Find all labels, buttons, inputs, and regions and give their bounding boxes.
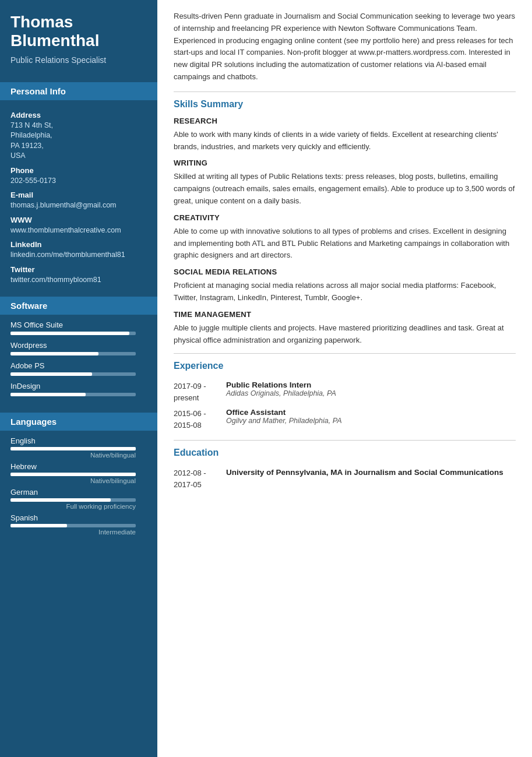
language-bar-fill (10, 498, 111, 502)
exp-job-title: Public Relations Intern (226, 381, 516, 389)
software-name: Wordpress (10, 341, 147, 350)
sidebar: Thomas Blumenthal Public Relations Speci… (0, 0, 157, 757)
education-table: 2012-08 - 2017-05 University of Pennsylv… (174, 465, 516, 492)
www-label: WWW (10, 216, 147, 224)
language-item: Hebrew Native/bilingual (10, 462, 147, 484)
software-bar-fill (10, 393, 86, 396)
language-item: Spanish Intermediate (10, 513, 147, 536)
language-item: German Full working proficiency (10, 488, 147, 510)
exp-job-title: Office Assistant (226, 408, 516, 417)
languages-header: Languages (0, 413, 157, 431)
language-name: German (10, 488, 147, 497)
language-bar-fill (10, 473, 136, 476)
languages-section: English Native/bilingual Hebrew Native/b… (0, 431, 157, 541)
exp-date: 2017-09 - present (174, 378, 226, 406)
email-value: thomas.j.blumenthal@gmail.com (10, 200, 147, 211)
exp-details: Office Assistant Ogilvy and Mather, Phil… (226, 406, 516, 433)
www-value: www.thomblumenthalcreative.com (10, 226, 147, 236)
email-label: E-mail (10, 191, 147, 199)
linkedin-value: linkedin.com/me/thomblumenthal81 (10, 250, 147, 260)
skills-title: Skills Summary (174, 99, 516, 110)
divider-3 (174, 440, 516, 441)
address-value: 713 N 4th St,Philadelphia,PA 19123,USA (10, 121, 147, 161)
language-bar-bg (10, 524, 136, 527)
skill-desc: Able to juggle multiple clients and proj… (174, 322, 516, 347)
software-item: Wordpress (10, 341, 147, 355)
main-content: Results-driven Penn graduate in Journali… (157, 0, 532, 757)
software-name: InDesign (10, 382, 147, 390)
candidate-title: Public Relations Specialist (10, 55, 147, 65)
language-level: Native/bilingual (10, 452, 136, 459)
summary-text: Results-driven Penn graduate in Journali… (174, 10, 516, 83)
skill-name: TIME MANAGEMENT (174, 310, 516, 319)
divider-1 (174, 91, 516, 92)
software-section: MS Office Suite Wordpress Adobe PS InDes… (0, 315, 157, 404)
candidate-name: Thomas Blumenthal (10, 13, 147, 50)
experience-title: Experience (174, 361, 516, 371)
language-bar-bg (10, 447, 136, 450)
language-bar-fill (10, 447, 136, 450)
software-bar-bg (10, 352, 136, 355)
table-row: 2012-08 - 2017-05 University of Pennsylv… (174, 465, 516, 492)
software-name: Adobe PS (10, 361, 147, 370)
education-title: Education (174, 448, 516, 458)
software-bar-bg (10, 393, 136, 396)
table-row: 2015-06 - 2015-08 Office Assistant Ogilv… (174, 406, 516, 433)
software-bar-fill (10, 372, 92, 376)
sidebar-header: Thomas Blumenthal Public Relations Speci… (0, 0, 157, 74)
skill-name: SOCIAL MEDIA RELATIONS (174, 267, 516, 276)
skill-name: CREATIVITY (174, 213, 516, 222)
table-row: 2017-09 - present Public Relations Inter… (174, 378, 516, 406)
edu-date: 2012-08 - 2017-05 (174, 465, 226, 492)
exp-date: 2015-06 - 2015-08 (174, 406, 226, 433)
software-bar-fill (10, 332, 129, 335)
language-level: Native/bilingual (10, 477, 136, 484)
exp-company: Adidas Originals, Philadelphia, PA (226, 389, 516, 397)
language-bar-bg (10, 498, 136, 502)
language-level: Intermediate (10, 529, 136, 536)
software-item: InDesign (10, 382, 147, 396)
twitter-value: twitter.com/thommybloom81 (10, 275, 147, 286)
language-bar-fill (10, 524, 67, 527)
software-bar-fill (10, 352, 98, 355)
skill-desc: Able to work with many kinds of clients … (174, 129, 516, 153)
language-name: Hebrew (10, 462, 147, 471)
software-item: MS Office Suite (10, 321, 147, 335)
language-name: Spanish (10, 513, 147, 522)
experience-table: 2017-09 - present Public Relations Inter… (174, 378, 516, 433)
skill-name: WRITING (174, 159, 516, 167)
software-bar-bg (10, 372, 136, 376)
software-item: Adobe PS (10, 361, 147, 376)
skill-desc: Able to come up with innovative solution… (174, 226, 516, 262)
skill-desc: Proficient at managing social media rela… (174, 280, 516, 304)
personal-info-section: Address 713 N 4th St,Philadelphia,PA 191… (0, 100, 157, 289)
divider-2 (174, 353, 516, 354)
language-bar-bg (10, 473, 136, 476)
edu-degree: University of Pennsylvania, MA in Journa… (226, 467, 516, 478)
edu-details: University of Pennsylvania, MA in Journa… (226, 465, 516, 492)
linkedin-label: LinkedIn (10, 240, 147, 249)
exp-company: Ogilvy and Mather, Philadelphia, PA (226, 417, 516, 425)
language-level: Full working proficiency (10, 503, 136, 510)
software-header: Software (0, 297, 157, 315)
phone-value: 202-555-0173 (10, 176, 147, 186)
phone-label: Phone (10, 166, 147, 175)
exp-details: Public Relations Intern Adidas Originals… (226, 378, 516, 406)
language-name: English (10, 436, 147, 445)
software-name: MS Office Suite (10, 321, 147, 329)
twitter-label: Twitter (10, 265, 147, 274)
skills-section: RESEARCHAble to work with many kinds of … (174, 117, 516, 347)
skill-desc: Skilled at writing all types of Public R… (174, 171, 516, 207)
personal-info-header: Personal Info (0, 82, 157, 100)
address-label: Address (10, 111, 147, 119)
language-item: English Native/bilingual (10, 436, 147, 459)
software-bar-bg (10, 332, 136, 335)
skill-name: RESEARCH (174, 117, 516, 125)
